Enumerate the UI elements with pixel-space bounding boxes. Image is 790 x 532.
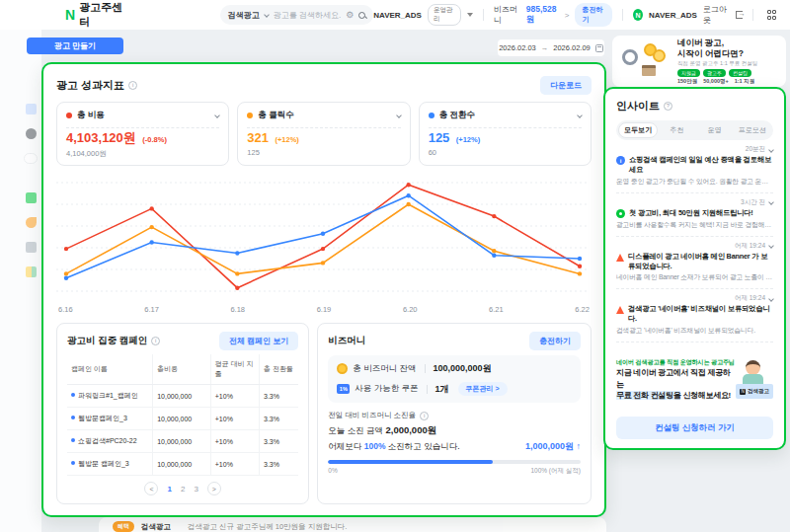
sidebar-chart-icon[interactable] [26, 217, 37, 228]
tab-promotion[interactable]: 프로모션 [734, 122, 771, 138]
bizmoney-card: 비즈머니 충전하기 총 비즈머니 잔액 100,000,000원 1% 사용 가… [317, 323, 592, 504]
divider [425, 364, 426, 373]
campaign-name[interactable]: 쇼핑검색#PC20-22 [67, 430, 153, 453]
account-name[interactable]: NAVER_ADS [373, 11, 422, 20]
date-range-picker[interactable]: 2026.02.03 → 2026.02.09 [498, 39, 604, 56]
prev-page-button[interactable]: < [144, 482, 158, 495]
benefit-badge: 혜택 [113, 521, 134, 532]
gear-icon[interactable]: ⚙ [346, 11, 354, 20]
logout-icon[interactable] [736, 11, 743, 19]
create-ad-button[interactable]: 광고 만들기 [27, 38, 123, 54]
coupon-count: 1개 [435, 383, 449, 396]
insight-item[interactable]: 어제 19:24 디스플레이 광고 네이버홈 메인 Banner 가 보류되었습… [616, 237, 773, 290]
view-all-campaigns-button[interactable]: 전체 캠페인 보기 [219, 332, 298, 350]
info-icon[interactable]: i [128, 81, 137, 90]
metric-value: 4,103,120원 [66, 130, 136, 145]
promo-illustration [620, 41, 672, 81]
chevron-down-icon[interactable] [768, 147, 774, 153]
promo-badges: 지원금 광고주 컨설팅 [677, 69, 757, 77]
chevron-down-icon[interactable] [768, 296, 774, 302]
campaign-name[interactable]: 웹방문 캠페인_3 [67, 453, 153, 476]
insight-item[interactable]: 20분전 i쇼핑검색 캠페인의 일일 예산 증액을 검토해보세요 운영 중인 광… [616, 140, 773, 193]
metric-card-conversions[interactable]: 총 전환수 125 (+12%) 60 [419, 102, 592, 166]
item-timestamp: 어제 19:24 [735, 294, 765, 303]
chevron-down-icon[interactable] [396, 113, 402, 118]
x-axis-tick: 6.18 [230, 305, 245, 314]
bottom-notice-bar[interactable]: 혜택 검색광고 검색광고 신규 광고주님께 10만원을 지원합니다. [99, 517, 606, 532]
bizmoney-amount[interactable]: 985,528원 [526, 4, 559, 26]
sidebar-tool-icon[interactable] [26, 242, 37, 253]
metric-value: 321 [247, 130, 269, 145]
caret-down-icon[interactable] [467, 13, 473, 17]
divider [752, 9, 753, 21]
table-row[interactable]: 웹방문캠페인_3 10,000,000 +10% 3.3% [67, 408, 298, 430]
info-icon[interactable]: i [420, 412, 429, 420]
download-button[interactable]: 다운로드 [540, 76, 592, 95]
bizmoney-charge-button[interactable]: 충전하기 [529, 332, 581, 350]
campaigns-table: 캠페인 이름총비용평균 대비 지출총 전환율 파워링크#1_캠페인 10,000… [67, 354, 298, 476]
insight-item[interactable]: 어제 19:24 검색광고 '네이버홈' 비즈채널이 보류되었습니다. 검색광고… [616, 289, 773, 342]
consulting-cta-button[interactable]: 컨설팅 신청하러 가기 [616, 417, 773, 439]
chart-x-axis-labels: 6.166.176.186.196.206.216.22 [56, 305, 592, 314]
help-icon[interactable]: ? [664, 102, 672, 111]
arrow-right-icon: → [541, 43, 549, 52]
tab-all[interactable]: 모두보기 [618, 122, 658, 138]
metric-change: (+12%) [275, 135, 298, 144]
promo-badge: 컨설팅 [729, 69, 751, 77]
search-bar[interactable]: 검색광고 광고를 검색하세요. ⚙ [220, 5, 374, 25]
tab-recommend[interactable]: 추천 [658, 122, 695, 138]
notice-category: 검색광고 [141, 522, 171, 532]
metric-card-cost[interactable]: 총 비용 4,103,120원 (-0.8%) 4,104,000원 [56, 102, 229, 166]
performance-chart-area: 6.166.176.186.196.206.216.22 [56, 175, 592, 314]
search-category-select[interactable]: 검색광고 [228, 10, 260, 21]
coupon-manage-button[interactable]: 쿠폰관리 > [458, 382, 508, 396]
page-1-button[interactable]: 1 [167, 485, 171, 494]
logout-button[interactable]: 로그아웃 [703, 4, 730, 26]
sidebar-search-icon[interactable] [24, 153, 38, 164]
campaign-name[interactable]: 파워링크#1_캠페인 [67, 385, 153, 408]
chevron-down-icon[interactable] [214, 113, 220, 118]
tab-operate[interactable]: 운영 [696, 122, 734, 138]
clicks-dot-icon [247, 113, 253, 118]
chevron-down-icon[interactable] [768, 199, 774, 205]
page-3-button[interactable]: 3 [194, 485, 198, 494]
table-row[interactable]: 웹방문 캠페인_3 10,000,000 +10% 3.3% [67, 453, 298, 476]
insight-item[interactable]: 3시간 전 첫 광고비, 최대 50만원 지원해드립니다! 광고비를 사용할수록… [616, 193, 773, 237]
sidebar-menu-icon[interactable] [26, 104, 37, 114]
app-title: 광고주센터 [79, 0, 129, 30]
page-2-button[interactable]: 2 [181, 485, 185, 494]
apps-grid-icon[interactable] [767, 10, 777, 20]
bizmoney-label: 비즈머니 [494, 4, 520, 26]
campaign-cost: 10,000,000 [153, 408, 211, 430]
table-row[interactable]: 파워링크#1_캠페인 10,000,000 +10% 3.3% [67, 385, 298, 408]
app-logo[interactable]: N 광고주센터 [65, 0, 129, 30]
charge-button[interactable]: 충전하기 [575, 3, 612, 27]
building-icon [642, 65, 656, 76]
date-end: 2026.02.09 [553, 43, 591, 52]
chevron-down-icon[interactable] [577, 113, 583, 118]
naver-logo-icon: N [740, 389, 746, 395]
metric-card-clicks[interactable]: 총 클릭수 321 (+12%) 125 [237, 102, 410, 166]
campaigns-title: 광고비 집중 캠페인 [67, 335, 147, 347]
promo-badge-values: 150만원 50,000명+ 1:1 지원 [677, 78, 757, 85]
sidebar-vehicle-icon[interactable] [26, 128, 37, 139]
search-icon[interactable] [358, 12, 365, 19]
next-page-button[interactable]: > [207, 482, 221, 495]
sidebar-apps-icon[interactable] [26, 266, 37, 277]
chevron-right-icon[interactable]: > [565, 11, 570, 20]
promo-ad-banner[interactable]: 네이버 광고, 시작이 어렵다면? 직접 운영 광고주 1:1 무료 컨설팅 지… [612, 36, 786, 87]
table-row[interactable]: 쇼핑검색#PC20-22 10,000,000 +10% 3.3% [67, 430, 298, 453]
search-input[interactable]: 광고를 검색하세요. [274, 10, 341, 21]
table-header-row: 캠페인 이름총비용평균 대비 지출총 전환율 [67, 354, 298, 385]
promo-line1: 지금 네이버 광고에서 직접 제공하는 [616, 367, 732, 390]
chevron-down-icon[interactable] [264, 12, 270, 18]
chevron-down-icon[interactable] [768, 243, 774, 249]
promo-line2: 무료 전화 컨설팅을 신청해보세요! [616, 390, 732, 402]
calendar-icon[interactable] [595, 44, 603, 52]
info-icon[interactable]: i [151, 337, 160, 345]
scale-max: 100% (어제 실적) [530, 467, 581, 476]
metric-change: (+12%) [456, 135, 480, 144]
divider [622, 9, 623, 21]
sidebar-green-icon[interactable] [26, 192, 37, 203]
campaign-name[interactable]: 웹방문캠페인_3 [67, 408, 153, 430]
